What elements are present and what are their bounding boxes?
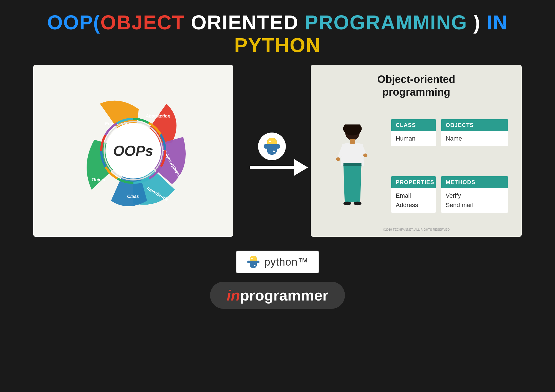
properties-item-address: Address xyxy=(396,200,431,210)
human-figure xyxy=(334,124,370,208)
python-logo-icon xyxy=(262,137,282,156)
objects-box-body: Name xyxy=(441,131,508,146)
svg-point-16 xyxy=(273,151,275,152)
methods-item-verify: Verify xyxy=(446,191,503,200)
watermark: ©2019 TECHFANNET. ALL RIGHTS RESERVED xyxy=(383,228,450,231)
inprogrammer-badge: inprogrammer xyxy=(210,282,345,309)
methods-box-header: METHODS xyxy=(441,176,508,188)
python-badge-icon xyxy=(246,255,260,269)
svg-text:Abstraction: Abstraction xyxy=(145,114,170,118)
class-box: CLASS Human xyxy=(391,119,436,146)
svg-text:Object: Object xyxy=(92,177,105,182)
right-panel: Object-orientedprogramming CLASS Human xyxy=(311,65,522,237)
objects-item-name: Name xyxy=(446,134,503,143)
svg-text:Class: Class xyxy=(127,194,139,199)
arrow-container xyxy=(250,133,294,169)
svg-point-24 xyxy=(354,202,362,205)
svg-point-20 xyxy=(336,157,340,161)
svg-point-21 xyxy=(363,153,367,157)
svg-point-23 xyxy=(344,202,351,205)
class-box-header: CLASS xyxy=(391,119,436,131)
python-badge-text: python™ xyxy=(264,256,308,268)
brand-programmer: programmer xyxy=(240,287,328,304)
arrow-head xyxy=(294,159,308,176)
bottom-section: python™ inprogrammer xyxy=(0,251,555,309)
svg-point-15 xyxy=(269,141,271,142)
objects-box: OBJECTS Name xyxy=(441,119,508,146)
svg-rect-19 xyxy=(350,139,355,144)
svg-rect-22 xyxy=(344,163,362,166)
methods-box: METHODS Verify Send mail xyxy=(441,176,508,213)
title-oop: OOP( xyxy=(47,11,100,34)
center-figure xyxy=(319,124,386,208)
title-oriented: ORIENTED xyxy=(185,11,305,34)
title-object: OBJECT xyxy=(100,11,185,34)
petals-svg: Encapsulation Abstraction Polymorphism I… xyxy=(64,82,203,220)
properties-box: PROPERTIES Email Address xyxy=(391,176,436,213)
properties-box-body: Email Address xyxy=(391,188,436,213)
main-content: Encapsulation Abstraction Polymorphism I… xyxy=(0,65,555,237)
properties-item-email: Email xyxy=(396,191,431,200)
methods-item-sendmail: Send mail xyxy=(446,200,503,210)
properties-box-header: PROPERTIES xyxy=(391,176,436,188)
title-area: OOP(OBJECT ORIENTED PROGRAMMING ) IN PYT… xyxy=(0,0,555,65)
brand-in: in xyxy=(227,287,240,304)
title-programming: PROGRAMMING xyxy=(305,11,467,34)
objects-box-header: OBJECTS xyxy=(441,119,508,131)
python-badge: python™ xyxy=(236,251,319,273)
svg-point-25 xyxy=(251,258,253,259)
title-python: PYTHON xyxy=(0,34,555,57)
python-logo-circle xyxy=(258,133,286,160)
title-paren: ) xyxy=(467,11,487,34)
class-box-body: Human xyxy=(391,131,436,146)
svg-text:OOPs: OOPs xyxy=(113,143,153,159)
title-in: IN xyxy=(487,11,508,34)
arrow-wrapper xyxy=(250,166,294,169)
left-panel: Encapsulation Abstraction Polymorphism I… xyxy=(33,65,233,237)
oop-diagram-title: Object-orientedprogramming xyxy=(377,73,455,98)
title-line1: OOP(OBJECT ORIENTED PROGRAMMING ) IN xyxy=(0,11,555,34)
svg-point-26 xyxy=(254,265,256,266)
methods-box-body: Verify Send mail xyxy=(441,188,508,213)
arrow-shaft xyxy=(250,166,294,169)
class-item-human: Human xyxy=(396,134,431,143)
oops-diagram: Encapsulation Abstraction Polymorphism I… xyxy=(56,73,211,228)
